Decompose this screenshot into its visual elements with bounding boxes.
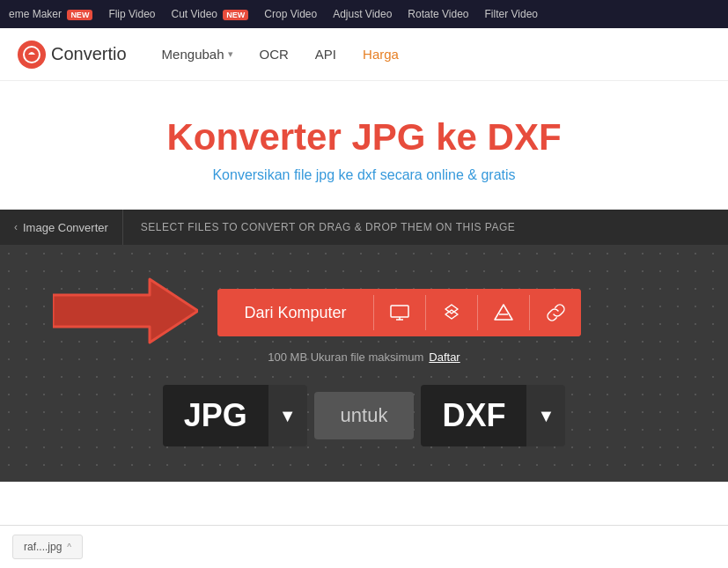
top-toolbar: eme Maker NEW Flip Video Cut Video NEW C… — [0, 0, 728, 28]
target-format-label: DXF — [421, 385, 526, 446]
logo[interactable]: Convertio — [18, 41, 127, 69]
gdrive-icon — [494, 304, 513, 321]
toolbar-meme-maker[interactable]: eme Maker NEW — [9, 8, 92, 20]
format-selector-bar: JPG ▼ untuk DXF ▼ — [163, 385, 565, 446]
toolbar-filter-video[interactable]: Filter Video — [485, 8, 538, 20]
source-format-group: JPG ▼ — [163, 385, 307, 446]
hero-title: Konverter JPG ke DXF — [18, 116, 710, 159]
source-format-label: JPG — [163, 385, 268, 446]
toolbar-rotate-video[interactable]: Rotate Video — [408, 8, 468, 20]
logo-icon — [18, 41, 46, 69]
file-size-note: 100 MB Ukuran file maksimum Daftar — [268, 350, 460, 364]
arrow-icon — [53, 276, 198, 346]
svg-marker-7 — [495, 305, 512, 320]
toolbar-cut-video[interactable]: Cut Video NEW — [172, 8, 249, 20]
nav-api[interactable]: API — [315, 47, 336, 62]
target-format-dropdown[interactable]: ▼ — [526, 385, 565, 446]
link-upload-button[interactable] — [530, 289, 581, 336]
svg-marker-5 — [445, 305, 458, 314]
screen-upload-button[interactable] — [374, 291, 425, 335]
hero-section: Konverter JPG ke DXF Konversikan file jp… — [0, 81, 728, 210]
breadcrumb-instruction: SELECT FILES TO CONVERT OR DRAG & DROP T… — [123, 221, 533, 233]
badge-new-cut: NEW — [223, 10, 248, 20]
main-nav: Mengubah ▾ OCR API Harga — [162, 47, 399, 62]
svg-marker-1 — [53, 279, 198, 343]
svg-marker-6 — [445, 310, 458, 319]
header: Convertio Mengubah ▾ OCR API Harga — [0, 28, 728, 81]
hero-subtitle: Konversikan file jpg ke dxf secara onlin… — [18, 167, 710, 183]
link-icon — [546, 303, 565, 322]
toolbar-crop-video[interactable]: Crop Video — [264, 8, 317, 20]
target-format-group: DXF ▼ — [421, 385, 565, 446]
screen-icon — [390, 305, 409, 321]
toolbar-adjust-video[interactable]: Adjust Video — [333, 8, 392, 20]
chevron-left-icon: ‹ — [14, 221, 18, 233]
signup-link[interactable]: Daftar — [429, 350, 460, 364]
badge-new-meme: NEW — [67, 10, 92, 20]
breadcrumb-bar: ‹ Image Converter SELECT FILES TO CONVER… — [0, 210, 728, 245]
breadcrumb-label: Image Converter — [23, 221, 108, 234]
source-format-dropdown[interactable]: ▼ — [268, 385, 307, 446]
dropbox-upload-button[interactable] — [426, 289, 477, 336]
nav-harga[interactable]: Harga — [363, 47, 399, 62]
upload-buttons-group: Dari Komputer — [217, 289, 580, 336]
nav-mengubah[interactable]: Mengubah ▾ — [162, 47, 233, 62]
format-connector: untuk — [314, 392, 415, 439]
dropbox-icon — [442, 303, 461, 322]
nav-ocr[interactable]: OCR — [260, 47, 289, 62]
toolbar-flip-video[interactable]: Flip Video — [108, 8, 155, 20]
chevron-down-icon: ▾ — [228, 48, 233, 60]
from-computer-button[interactable]: Dari Komputer — [217, 290, 372, 336]
upload-area: Dari Komputer — [0, 245, 728, 482]
svg-rect-2 — [391, 306, 408, 317]
gdrive-upload-button[interactable] — [478, 290, 529, 336]
breadcrumb[interactable]: ‹ Image Converter — [0, 210, 123, 245]
logo-text: Convertio — [51, 44, 127, 64]
